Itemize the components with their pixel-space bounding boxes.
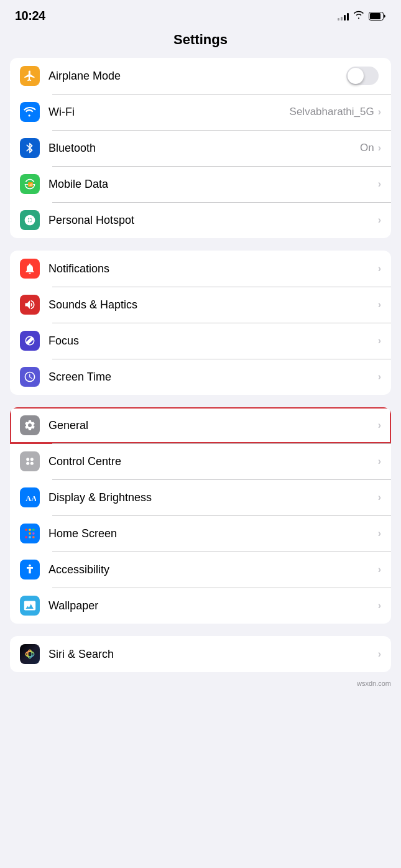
svg-rect-13 <box>29 532 30 534</box>
screen-time-chevron: › <box>378 371 381 382</box>
siri-search-label: Siri & Search <box>48 648 378 661</box>
siri-search-chevron: › <box>378 649 381 660</box>
focus-icon <box>20 331 40 351</box>
general-icon <box>20 415 40 435</box>
control-centre-row[interactable]: Control Centre › <box>10 443 391 479</box>
mobile-data-row[interactable]: 📶 Mobile Data › <box>10 166 391 202</box>
siri-search-row[interactable]: Siri & Search › <box>10 636 391 672</box>
wallpaper-icon <box>20 596 40 616</box>
home-screen-chevron: › <box>378 528 381 539</box>
bluetooth-label: Bluetooth <box>48 142 360 155</box>
wallpaper-label: Wallpaper <box>48 599 378 612</box>
screen-time-label: Screen Time <box>48 371 378 384</box>
connectivity-group: Airplane Mode Wi-Fi Selvabharathi_5G › B… <box>10 58 391 238</box>
signal-icon <box>338 12 349 21</box>
notifications-row[interactable]: Notifications › <box>10 251 391 287</box>
svg-rect-12 <box>25 532 27 534</box>
home-screen-row[interactable]: Home Screen › <box>10 515 391 552</box>
home-screen-icon <box>20 524 40 543</box>
svg-rect-10 <box>29 529 30 531</box>
svg-rect-11 <box>32 529 34 531</box>
screen-time-row[interactable]: Screen Time › <box>10 359 391 395</box>
general-group: General › Control Centre › AA Display & … <box>10 407 391 624</box>
battery-icon <box>369 12 386 21</box>
personal-hotspot-label: Personal Hotspot <box>48 214 378 227</box>
sounds-haptics-icon <box>20 295 40 315</box>
screen-time-icon <box>20 367 40 387</box>
svg-point-7 <box>30 462 34 465</box>
bluetooth-icon <box>20 138 40 158</box>
mobile-data-icon: 📶 <box>20 174 40 194</box>
notifications-label: Notifications <box>48 262 378 275</box>
bluetooth-chevron: › <box>378 142 381 154</box>
display-brightness-icon: AA <box>20 487 40 507</box>
status-bar: 10:24 <box>0 0 401 28</box>
wifi-chevron: › <box>378 106 381 118</box>
accessibility-icon <box>20 560 40 579</box>
wallpaper-chevron: › <box>378 600 381 611</box>
notifications-icon <box>20 259 40 279</box>
siri-icon <box>20 644 40 664</box>
page-title: Settings <box>0 28 401 58</box>
notifications-chevron: › <box>378 263 381 274</box>
svg-point-5 <box>30 458 34 461</box>
control-centre-label: Control Centre <box>48 455 378 468</box>
focus-chevron: › <box>378 335 381 346</box>
display-brightness-row[interactable]: AA Display & Brightness › <box>10 479 391 515</box>
accessibility-row[interactable]: Accessibility › <box>10 552 391 588</box>
accessibility-chevron: › <box>378 564 381 575</box>
svg-rect-14 <box>32 532 34 534</box>
display-brightness-label: Display & Brightness <box>48 491 378 504</box>
svg-rect-9 <box>25 529 27 531</box>
wallpaper-row[interactable]: Wallpaper › <box>10 588 391 624</box>
bluetooth-row[interactable]: Bluetooth On › <box>10 130 391 166</box>
sounds-haptics-chevron: › <box>378 299 381 310</box>
accessibility-label: Accessibility <box>48 563 378 576</box>
wifi-icon <box>20 102 40 122</box>
svg-rect-17 <box>32 536 34 538</box>
status-time: 10:24 <box>15 9 45 23</box>
sounds-haptics-row[interactable]: Sounds & Haptics › <box>10 287 391 323</box>
display-brightness-chevron: › <box>378 492 381 503</box>
bluetooth-value: On <box>360 142 374 154</box>
wifi-status-icon <box>353 11 364 22</box>
svg-point-6 <box>26 462 29 465</box>
wifi-label: Wi-Fi <box>48 106 290 119</box>
control-centre-icon <box>20 451 40 471</box>
mobile-data-label: Mobile Data <box>48 178 378 191</box>
wifi-value: Selvabharathi_5G <box>290 106 374 118</box>
general-label: General <box>48 419 378 432</box>
airplane-mode-label: Airplane Mode <box>48 70 346 83</box>
general-chevron: › <box>378 420 381 431</box>
airplane-mode-row[interactable]: Airplane Mode <box>10 58 391 94</box>
focus-label: Focus <box>48 335 378 348</box>
svg-rect-15 <box>25 536 27 538</box>
svg-rect-16 <box>29 536 30 538</box>
control-centre-chevron: › <box>378 456 381 467</box>
airplane-mode-toggle[interactable] <box>346 67 379 85</box>
svg-point-3 <box>29 219 32 222</box>
home-screen-label: Home Screen <box>48 527 378 540</box>
notifications-group: Notifications › Sounds & Haptics › Focus… <box>10 251 391 395</box>
watermark: wsxdn.com <box>0 677 401 690</box>
svg-text:AA: AA <box>25 494 36 503</box>
airplane-mode-icon <box>20 66 40 86</box>
svg-point-4 <box>26 458 29 461</box>
personal-hotspot-chevron: › <box>378 215 381 226</box>
svg-rect-1 <box>370 13 380 19</box>
svg-point-18 <box>29 565 30 566</box>
personal-hotspot-icon <box>20 210 40 230</box>
focus-row[interactable]: Focus › <box>10 323 391 359</box>
general-row[interactable]: General › <box>10 407 391 443</box>
sounds-haptics-label: Sounds & Haptics <box>48 298 378 312</box>
svg-point-20 <box>25 652 34 657</box>
mobile-data-chevron: › <box>378 178 381 190</box>
svg-text:📶: 📶 <box>28 182 34 187</box>
wifi-row[interactable]: Wi-Fi Selvabharathi_5G › <box>10 94 391 130</box>
status-icons <box>338 11 386 22</box>
personal-hotspot-row[interactable]: Personal Hotspot › <box>10 202 391 238</box>
